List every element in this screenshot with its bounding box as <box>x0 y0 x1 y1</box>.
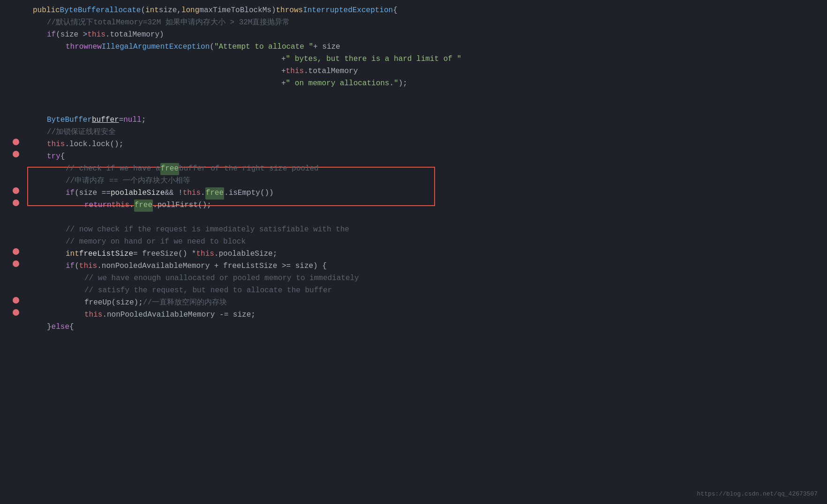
kw-this-2: this <box>286 66 304 78</box>
kw-int-2: int <box>66 248 79 260</box>
dot-nonpooled: .nonPooledAvailableMemory + freeListSize… <box>97 260 327 273</box>
comment-default-memory: //默认情况下totalMemory=32M 如果申请内存大小 > 32M直接抛… <box>47 17 290 29</box>
code-line-11: //加锁保证线程安全 <box>28 126 827 139</box>
fn-freeup: freeUp(size); <box>84 297 143 309</box>
comment-freeup: //一直释放空闲的内存块 <box>143 297 227 309</box>
var-buffer: buffer <box>92 114 119 126</box>
code-line-1: public ByteBuffer allocate ( int size, l… <box>28 5 827 17</box>
dot-free-2: . <box>129 200 134 212</box>
param-maxtimetoblock: maxTimeToBlockMs) <box>199 5 276 17</box>
str-attempt: "Attempt to allocate " <box>214 41 313 53</box>
code-container: public ByteBuffer allocate ( int size, l… <box>0 0 827 338</box>
else-open-brace: { <box>69 321 74 334</box>
brace-open: { <box>393 5 398 17</box>
var-freelistsize: freeListSize <box>79 248 133 260</box>
semi-null: ; <box>142 114 146 126</box>
paren-size-eq: (size == <box>75 187 111 200</box>
paren-open: ( <box>141 5 145 17</box>
kw-if-2: if <box>66 187 75 200</box>
plus-bytes: + <box>281 53 286 66</box>
gutter-25 <box>2 297 21 304</box>
plus-size: + size <box>313 41 340 53</box>
dot-poolablesize: .poolableSize; <box>214 248 277 260</box>
code-line-5: + " bytes, but there is a hard limit of … <box>28 53 827 66</box>
code-line-24: // satisfy the request, but need to allo… <box>28 285 827 297</box>
dot-pollfirst: .pollFirst(); <box>153 200 211 212</box>
gutter-17 <box>2 200 21 206</box>
kw-if: if <box>47 29 56 41</box>
gutter-12 <box>2 139 21 145</box>
dot-lock-lock: .lock.lock(); <box>65 139 123 151</box>
gutter-22 <box>2 260 21 267</box>
else-brace: } <box>47 321 52 334</box>
code-line-2: //默认情况下totalMemory=32M 如果申请内存大小 > 32M直接抛… <box>28 17 827 29</box>
brace-try: { <box>60 151 65 163</box>
type-illegalarg: IllegalArgumentException <box>102 41 210 53</box>
code-line-17: return this . free .pollFirst(); <box>28 200 827 212</box>
comment-lock: //加锁保证线程安全 <box>47 126 116 139</box>
code-line-6: + this .totalMemory <box>28 66 827 78</box>
gutter-13 <box>2 151 21 157</box>
kw-try: try <box>47 151 60 163</box>
gutter-16 <box>2 187 21 194</box>
gutter-4 <box>2 41 21 48</box>
code-line-27: } else { <box>28 321 827 334</box>
kw-this: this <box>87 29 105 41</box>
code-line-19: // now check if the request is immediate… <box>28 224 827 236</box>
highlight-free-1: free <box>160 163 179 175</box>
kw-throws: throws <box>276 5 303 17</box>
kw-this-lock: this <box>47 139 65 151</box>
fn-allocate: allocate <box>105 5 141 17</box>
comment-enough1: // we have enough unallocated or pooled … <box>84 273 359 285</box>
kw-null: null <box>123 114 141 126</box>
paren-if: (size > <box>56 29 87 41</box>
paren-nonpooled: ( <box>75 260 79 273</box>
kw-new: new <box>88 41 102 53</box>
dot-totalmem: .totalMemory) <box>105 29 164 41</box>
kw-else: else <box>52 321 69 334</box>
code-line-blank2 <box>28 102 827 114</box>
code-line-21: int freeListSize = freeSize() * this .po… <box>28 248 827 260</box>
dot-totalMemory: .totalMemory <box>304 66 358 78</box>
gutter-26 <box>2 309 21 316</box>
var-poolablesize: poolableSize <box>111 187 165 200</box>
code-line-14: // check if we have a free buffer of the… <box>28 163 827 175</box>
kw-public: public <box>33 5 60 17</box>
comment-check-free1: // check if we have a <box>66 163 160 175</box>
str-on-memory: " on memory allocations." <box>286 78 398 90</box>
code-line-blank1 <box>28 90 827 102</box>
plus-this: + <box>281 66 286 78</box>
param-size: size, <box>159 5 181 17</box>
comment-now-check1: // now check if the request is immediate… <box>66 224 349 236</box>
dot-nonpooled-minus: .nonPooledAvailableMemory -= size; <box>102 309 255 321</box>
and-and: && ! <box>165 187 182 200</box>
code-line-blank3 <box>28 212 827 224</box>
code-line-4: throw new IllegalArgumentException ( "At… <box>28 41 827 53</box>
code-line-10: ByteBuffer buffer = null ; <box>28 114 827 126</box>
dot-free-1: . <box>201 187 205 200</box>
comment-now-check2: // memory on hand or if we need to block <box>66 236 246 248</box>
kw-return: return <box>84 200 112 212</box>
kw-this-6: this <box>84 309 102 321</box>
eq-free: = freeSize() * <box>133 248 196 260</box>
plus-on: + <box>281 78 286 90</box>
kw-if-3: if <box>66 260 75 273</box>
str-bytes: " bytes, but there is a hard limit of " <box>286 53 461 66</box>
code-line-12: this .lock.lock(); <box>28 139 827 151</box>
kw-throw: throw <box>66 41 88 53</box>
comment-cn-apply: //申请内存 == 一个内存块大小相等 <box>66 175 190 187</box>
code-line-26: this .nonPooledAvailableMemory -= size; <box>28 309 827 321</box>
code-line-22: if ( this .nonPooledAvailableMemory + fr… <box>28 260 827 273</box>
code-line-25: freeUp(size); //一直释放空闲的内存块 <box>28 297 827 309</box>
code-line-23: // we have enough unallocated or pooled … <box>28 273 827 285</box>
highlight-free-3: free <box>134 200 153 212</box>
kw-int: int <box>145 5 159 17</box>
kw-this-return: this <box>112 200 129 212</box>
paren-close-semi: ); <box>398 78 407 90</box>
code-line-7: + " on memory allocations." ); <box>28 78 827 90</box>
assign-null: = <box>119 114 124 126</box>
type-bytebuffer: ByteBuffer <box>60 5 105 17</box>
comment-check-free2: buffer of the right size pooled <box>179 163 319 175</box>
type-bytebuffer-2: ByteBuffer <box>47 114 92 126</box>
kw-this-free: this <box>183 187 201 200</box>
